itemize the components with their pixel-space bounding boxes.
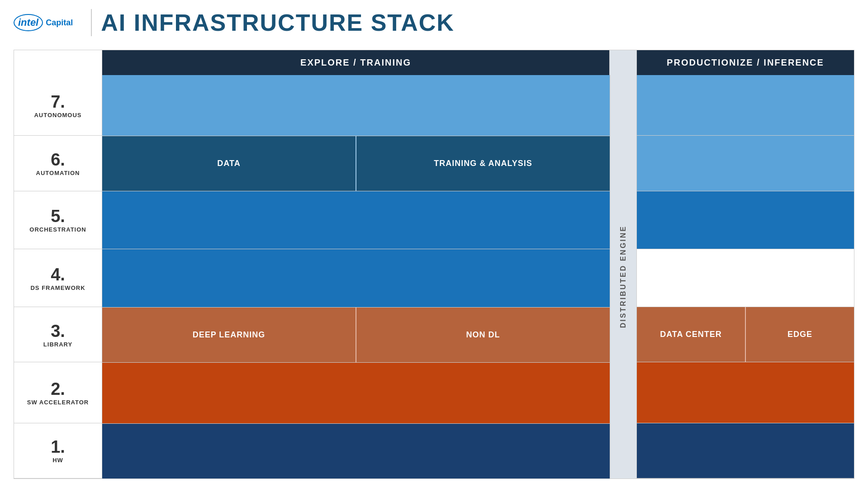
label-cell-1: 1. HW bbox=[14, 423, 102, 479]
label-number-2: 2. bbox=[51, 379, 65, 399]
row-6-training-cell: TRAINING & ANALYSIS bbox=[356, 136, 610, 191]
page-title: AI INFRASTRUCTURE STACK bbox=[101, 9, 455, 36]
label-number-3: 3. bbox=[51, 322, 65, 341]
label-number-1: 1. bbox=[51, 437, 65, 457]
stack-container: EXPLORE / TRAINING PRODUCTIONIZE / INFER… bbox=[14, 50, 854, 479]
row-5-content bbox=[102, 191, 610, 249]
right-row-7 bbox=[637, 75, 854, 136]
right-row-4 bbox=[637, 249, 854, 307]
header-row: EXPLORE / TRAINING PRODUCTIONIZE / INFER… bbox=[14, 50, 854, 75]
productionize-header: PRODUCTIONIZE / INFERENCE bbox=[637, 50, 854, 75]
label-name-3: LIBRARY bbox=[43, 341, 72, 348]
row-2-content bbox=[102, 363, 610, 424]
header: intel Capital AI INFRASTRUCTURE STACK bbox=[14, 9, 854, 36]
label-cell-7: 7. AUTONOMOUS bbox=[14, 75, 102, 136]
label-cell-3: 3. LIBRARY bbox=[14, 307, 102, 362]
row-1-content bbox=[102, 424, 610, 479]
row-3-content: DEEP LEARNING NON DL bbox=[102, 308, 610, 363]
label-cell-6: 6. AUTOMATION bbox=[14, 136, 102, 191]
label-number-6: 6. bbox=[51, 150, 65, 170]
right-row-5 bbox=[637, 191, 854, 249]
label-name-6: AUTOMATION bbox=[36, 170, 80, 176]
label-name-2: SW ACCELERATOR bbox=[27, 399, 89, 406]
stack-rows: 7. AUTONOMOUS 6. AUTOMATION 5. ORCHESTRA… bbox=[14, 75, 854, 479]
right-row-2 bbox=[637, 362, 854, 423]
right-col: DATA CENTER EDGE bbox=[637, 75, 854, 479]
row-6-content: DATA TRAINING & ANALYSIS bbox=[102, 136, 610, 191]
row-3-deep-learning-cell: DEEP LEARNING bbox=[102, 308, 356, 362]
right-row-3: DATA CENTER EDGE bbox=[637, 307, 854, 362]
page-container: intel Capital AI INFRASTRUCTURE STACK EX… bbox=[0, 0, 868, 488]
right-edge-cell: EDGE bbox=[746, 307, 854, 362]
label-name-5: ORCHESTRATION bbox=[29, 226, 86, 233]
label-number-5: 5. bbox=[51, 207, 65, 226]
intel-text: intel bbox=[18, 17, 38, 28]
logo-area: intel Capital bbox=[14, 14, 73, 31]
row-7-content bbox=[102, 75, 610, 136]
label-name-1: HW bbox=[52, 457, 63, 464]
intel-logo: intel bbox=[14, 14, 43, 31]
distributed-engine-col: DISTRIBUTED ENGINE bbox=[610, 75, 637, 479]
distributed-header-placeholder bbox=[610, 50, 637, 75]
header-divider bbox=[91, 9, 92, 36]
explore-header: EXPLORE / TRAINING bbox=[102, 50, 610, 75]
label-name-4: DS FRAMEWORK bbox=[30, 284, 85, 291]
label-number-4: 4. bbox=[51, 265, 65, 284]
right-row-6 bbox=[637, 136, 854, 191]
content-area: DATA TRAINING & ANALYSIS DEEP LEARNING N… bbox=[102, 75, 610, 479]
row-6-data-cell: DATA bbox=[102, 136, 356, 191]
label-cell-2: 2. SW ACCELERATOR bbox=[14, 362, 102, 423]
distributed-engine-label: DISTRIBUTED ENGINE bbox=[619, 225, 627, 328]
label-cell-4: 4. DS FRAMEWORK bbox=[14, 249, 102, 307]
right-data-center-cell: DATA CENTER bbox=[637, 307, 745, 362]
right-row-1 bbox=[637, 423, 854, 479]
label-name-7: AUTONOMOUS bbox=[34, 112, 81, 118]
left-label-col-header bbox=[14, 50, 102, 75]
left-labels: 7. AUTONOMOUS 6. AUTOMATION 5. ORCHESTRA… bbox=[14, 75, 102, 479]
capital-text: Capital bbox=[46, 18, 73, 28]
label-cell-5: 5. ORCHESTRATION bbox=[14, 191, 102, 249]
label-number-7: 7. bbox=[51, 92, 65, 112]
row-3-non-dl-cell: NON DL bbox=[356, 308, 610, 362]
row-4-content bbox=[102, 249, 610, 307]
